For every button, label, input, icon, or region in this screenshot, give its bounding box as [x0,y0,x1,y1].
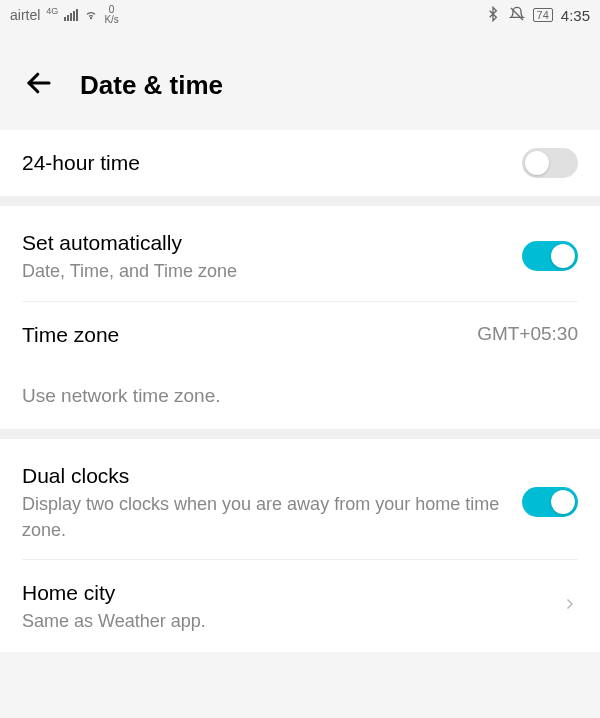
time-zone-value: GMT+05:30 [477,323,578,345]
status-bar: airtel 4G 0 K/s 74 [0,0,600,30]
data-speed: 0 K/s [104,5,118,25]
time-zone-note: Use network time zone. [0,367,600,429]
carrier-label: airtel [10,7,40,23]
back-button[interactable] [24,68,54,102]
status-right: 74 4:35 [485,6,590,25]
toggle-dual-clocks[interactable] [522,487,578,517]
setting-home-city[interactable]: Home city Same as Weather app. [0,560,600,653]
header: Date & time [0,30,600,130]
setting-subtitle: Date, Time, and Time zone [22,259,522,284]
settings-list: 24-hour time Set automatically Date, Tim… [0,130,600,652]
setting-time-zone[interactable]: Time zone GMT+05:30 [0,302,600,367]
wifi-icon [84,7,98,24]
battery-level: 74 [533,8,553,22]
setting-title: Time zone [22,320,477,349]
svg-point-0 [91,17,92,18]
section-divider [0,196,600,206]
setting-subtitle: Same as Weather app. [22,609,562,634]
signal-icon [64,9,78,21]
setting-title: Set automatically [22,228,522,257]
dnd-icon [509,6,525,25]
toggle-set-automatically[interactable] [522,241,578,271]
network-type: 4G [46,6,58,16]
setting-title: 24-hour time [22,148,522,177]
setting-title: Dual clocks [22,461,502,490]
section-divider [0,429,600,439]
setting-24-hour-time[interactable]: 24-hour time [0,130,600,196]
chevron-right-icon [562,596,578,616]
status-left: airtel 4G 0 K/s [10,5,119,25]
setting-title: Home city [22,578,562,607]
bluetooth-icon [485,6,501,25]
clock-time: 4:35 [561,7,590,24]
setting-set-automatically[interactable]: Set automatically Date, Time, and Time z… [0,206,600,301]
setting-dual-clocks[interactable]: Dual clocks Display two clocks when you … [0,439,600,559]
page-title: Date & time [80,70,223,101]
setting-subtitle: Display two clocks when you are away fro… [22,492,502,542]
toggle-24-hour[interactable] [522,148,578,178]
